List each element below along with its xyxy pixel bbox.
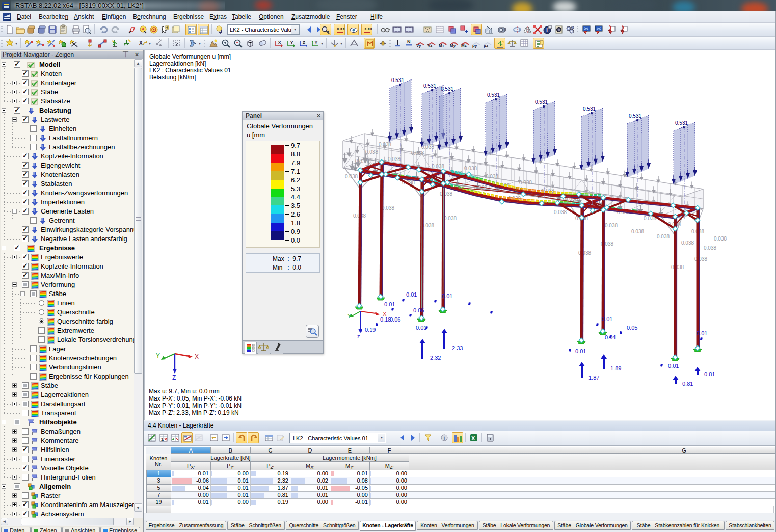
svg-text:X: X [139,40,143,46]
svg-text:X: X [278,40,281,45]
svg-text:0.038: 0.038 [714,236,727,242]
svg-text:0.038: 0.038 [440,191,452,197]
svg-text:0.531: 0.531 [583,106,596,112]
svg-text:0.038: 0.038 [432,164,444,169]
svg-text:0.01: 0.01 [602,316,612,322]
svg-text:Y: Y [156,352,160,359]
svg-text:X: X [383,311,387,317]
svg-text:0.81: 0.81 [704,371,715,377]
svg-text:i: i [546,27,548,33]
svg-text:-Y: -Y [313,40,318,45]
svg-text:X.XX: X.XX [364,27,372,31]
svg-text:0.038: 0.038 [681,240,694,246]
svg-text:2.33: 2.33 [452,345,463,351]
svg-text:1.87: 1.87 [588,375,599,381]
svg-text:0.06: 0.06 [390,316,400,323]
svg-text:0.038: 0.038 [605,223,618,228]
svg-text:0.531: 0.531 [441,86,453,92]
svg-text:0.038: 0.038 [464,166,477,171]
svg-text:A: A [159,43,162,47]
svg-text:1: 1 [161,437,164,442]
svg-text:0.038: 0.038 [554,209,567,215]
svg-text:0.038: 0.038 [444,216,457,221]
svg-text:0.038: 0.038 [379,142,391,147]
svg-text:0.01: 0.01 [406,291,417,298]
svg-text:0.01: 0.01 [668,363,679,369]
svg-text:i: i [444,435,445,441]
svg-text:0.038: 0.038 [355,158,368,164]
svg-text:0.038: 0.038 [486,174,498,179]
svg-text:Z: Z [172,374,176,381]
svg-text:0.01: 0.01 [697,330,707,336]
svg-text:X.XX: X.XX [337,27,345,31]
svg-text:0.531: 0.531 [629,113,641,119]
svg-text:0.038: 0.038 [704,245,716,251]
svg-text:0.05: 0.05 [627,325,637,331]
svg-text:z: z [357,333,360,339]
svg-text:0.038: 0.038 [411,150,424,156]
svg-text:0.531: 0.531 [423,83,436,89]
svg-text:0.531: 0.531 [675,120,688,126]
svg-text:0.01: 0.01 [416,325,426,331]
svg-text:9.7: 9.7 [514,185,522,192]
svg-text:0.038: 0.038 [671,264,684,270]
svg-text:0.01: 0.01 [575,348,586,354]
svg-text:0.06: 0.06 [413,307,424,313]
svg-text:0.038: 0.038 [365,149,378,155]
svg-text:0.81: 0.81 [682,381,693,387]
svg-text:0.01: 0.01 [384,301,395,307]
svg-text:0.038: 0.038 [382,205,394,211]
svg-text:0.531: 0.531 [487,92,500,98]
svg-text:N: N [407,39,411,44]
svg-text:0.038: 0.038 [345,174,358,179]
svg-text:X: X [195,353,199,360]
svg-text:1.89: 1.89 [610,365,621,371]
svg-text:0.038: 0.038 [631,229,644,234]
svg-text:0.531: 0.531 [535,99,548,105]
svg-text:0.19: 0.19 [365,327,376,333]
svg-text:0.038: 0.038 [519,180,532,185]
svg-text:Y: Y [290,40,293,45]
svg-text:Z: Z [303,40,305,45]
svg-text:0.01: 0.01 [442,293,452,299]
svg-text:0.038: 0.038 [578,250,591,256]
svg-text:X: X [471,435,475,441]
svg-text:2.32: 2.32 [430,355,441,361]
svg-text:Y: Y [347,313,351,319]
svg-text:0.531: 0.531 [391,77,404,83]
svg-text:0.038: 0.038 [657,234,670,240]
svg-text:0.038: 0.038 [388,156,400,162]
